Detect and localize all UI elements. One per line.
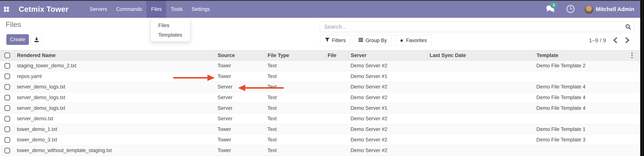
- pager-next-button[interactable]: [624, 36, 631, 45]
- cell-server: Demo Server #2: [349, 148, 428, 153]
- column-header-source[interactable]: Source: [216, 50, 266, 60]
- cell-template: Demo File Template 1: [534, 126, 640, 132]
- cell-file_type: Text: [266, 84, 326, 90]
- cell-source: Tower: [216, 74, 266, 79]
- pager-previous-button[interactable]: [612, 36, 618, 45]
- table-row[interactable]: server_demo.txtServerTextDemo Server #2: [0, 114, 640, 124]
- table-row[interactable]: server_demo_logs.txtServerTextDemo Serve…: [0, 103, 640, 114]
- table-row[interactable]: tower_demo_3.txtTowerTextDemo Server #2D…: [0, 135, 640, 145]
- search-icon[interactable]: [625, 24, 632, 31]
- table-row[interactable]: repos.yamlTowerTextDemo Server #1: [0, 71, 640, 82]
- table-header-row: Rendered NameSourceFile TypeFileServerLa…: [0, 50, 640, 61]
- button-label: Favorites: [406, 38, 427, 43]
- cell-template: Demo File Template 4: [534, 84, 640, 90]
- column-header-name[interactable]: Rendered Name: [15, 50, 216, 60]
- page-title: Files: [6, 20, 21, 29]
- cell-file_type: Text: [266, 74, 326, 79]
- pager: 1–9 / 9: [589, 35, 631, 46]
- dropdown-item-templates[interactable]: Templates: [151, 30, 190, 40]
- cell-source: Tower: [216, 137, 266, 143]
- cell-name: staging_tower_demo_2.txt: [15, 63, 216, 69]
- cell-name: server_demo_logs.txt: [15, 95, 216, 100]
- row-checkbox[interactable]: [4, 74, 10, 79]
- row-checkbox-cell: [0, 137, 15, 143]
- files-dropdown-menu: FilesTemplates: [150, 18, 190, 42]
- top-navbar: Cetmix Tower ServersCommandsFilesToolsSe…: [0, 1, 644, 18]
- export-button[interactable]: [31, 34, 42, 45]
- cell-source: Tower: [216, 63, 266, 69]
- cell-name: tower_demo_1.txt: [15, 126, 216, 132]
- pager-range: 1–9 / 9: [589, 37, 606, 44]
- cell-server: Demo Server #2: [349, 116, 428, 122]
- control-panel: Files Create FiltersGroup By★Favorites 1…: [0, 18, 644, 50]
- files-list-table: Rendered NameSourceFile TypeFileServerLa…: [0, 50, 640, 156]
- nav-item-settings[interactable]: Settings: [187, 1, 214, 18]
- table-row[interactable]: staging_tower_demo_2.txtTowerTextDemo Se…: [0, 61, 640, 71]
- cell-name: tower_demo_3.txt: [15, 137, 216, 143]
- nav-item-commands[interactable]: Commands: [112, 1, 146, 18]
- activities-icon[interactable]: [566, 5, 575, 14]
- cell-source: Server: [216, 116, 266, 122]
- row-checkbox-cell: [0, 74, 15, 79]
- nav-item-files[interactable]: Files: [146, 1, 166, 18]
- messages-icon[interactable]: 4: [546, 4, 555, 14]
- list-icon: [358, 37, 363, 44]
- column-header-file[interactable]: File: [326, 50, 349, 60]
- window-scrollbar-edge[interactable]: [640, 0, 644, 156]
- row-checkbox[interactable]: [4, 63, 10, 69]
- messages-count-badge: 4: [550, 2, 557, 8]
- table-row[interactable]: tower_demo_1.txtTowerTextDemo Server #2D…: [0, 124, 640, 135]
- apps-menu-icon[interactable]: [4, 7, 9, 12]
- search-area: [320, 21, 634, 32]
- cell-server: Demo Server #2: [349, 137, 428, 143]
- row-checkbox[interactable]: [4, 105, 10, 111]
- nav-item-tools[interactable]: Tools: [166, 1, 187, 18]
- column-header-last_sync[interactable]: Last Sync Date: [428, 50, 534, 60]
- user-menu[interactable]: Mitchell Admin: [596, 6, 634, 12]
- cell-file_type: Text: [266, 148, 326, 153]
- cell-server: Demo Server #2: [349, 95, 428, 100]
- app-brand[interactable]: Cetmix Tower: [19, 5, 68, 13]
- create-button[interactable]: Create: [6, 34, 29, 45]
- cell-name: server_demo.txt: [15, 116, 216, 122]
- main-menu: ServersCommandsFilesToolsSettings: [85, 1, 214, 18]
- row-checkbox-cell: [0, 116, 15, 122]
- table-row[interactable]: tower_demo_without_template_staging.txtT…: [0, 145, 640, 156]
- table-row[interactable]: server_demo_logs.txtServerTextDemo Serve…: [0, 82, 640, 92]
- row-checkbox[interactable]: [4, 137, 10, 143]
- row-checkbox[interactable]: [4, 95, 10, 100]
- cell-file_type: Text: [266, 95, 326, 100]
- user-avatar[interactable]: [584, 5, 593, 14]
- row-checkbox[interactable]: [4, 126, 10, 132]
- dropdown-item-files[interactable]: Files: [151, 21, 190, 30]
- table-row[interactable]: server_demo_logs.txtServerTextDemo Serve…: [0, 92, 640, 103]
- cell-template: Demo File Template 4: [534, 105, 640, 111]
- group-by-button[interactable]: Group By: [354, 35, 392, 46]
- optional-columns-toggle-icon[interactable]: ⋮: [628, 52, 635, 59]
- column-header-server[interactable]: Server: [349, 50, 428, 60]
- row-checkbox[interactable]: [4, 148, 10, 153]
- row-checkbox-cell: [0, 84, 15, 90]
- row-checkbox[interactable]: [4, 84, 10, 90]
- cell-source: Tower: [216, 148, 266, 153]
- cell-file_type: Text: [266, 126, 326, 132]
- cell-template: Demo File Template 2: [534, 63, 640, 69]
- row-checkbox-cell: [0, 126, 15, 132]
- column-header-template[interactable]: Template: [534, 50, 640, 60]
- nav-item-servers[interactable]: Servers: [85, 1, 112, 18]
- cell-file_type: Text: [266, 137, 326, 143]
- select-all-cell: [0, 50, 15, 60]
- cell-server: Demo Server #1: [349, 105, 428, 111]
- cell-source: Server: [216, 84, 266, 90]
- filters-button[interactable]: Filters: [320, 35, 350, 46]
- select-all-checkbox[interactable]: [4, 53, 10, 58]
- cell-source: Tower: [216, 126, 266, 132]
- favorites-button[interactable]: ★Favorites: [395, 35, 432, 46]
- navbar-right: 4 Mitchell Admin: [546, 4, 644, 14]
- cell-server: Demo Server #2: [349, 63, 428, 69]
- column-header-file_type[interactable]: File Type: [266, 50, 326, 60]
- row-checkbox-cell: [0, 63, 15, 69]
- row-checkbox-cell: [0, 148, 15, 153]
- row-checkbox[interactable]: [4, 116, 10, 122]
- search-input[interactable]: [320, 21, 634, 32]
